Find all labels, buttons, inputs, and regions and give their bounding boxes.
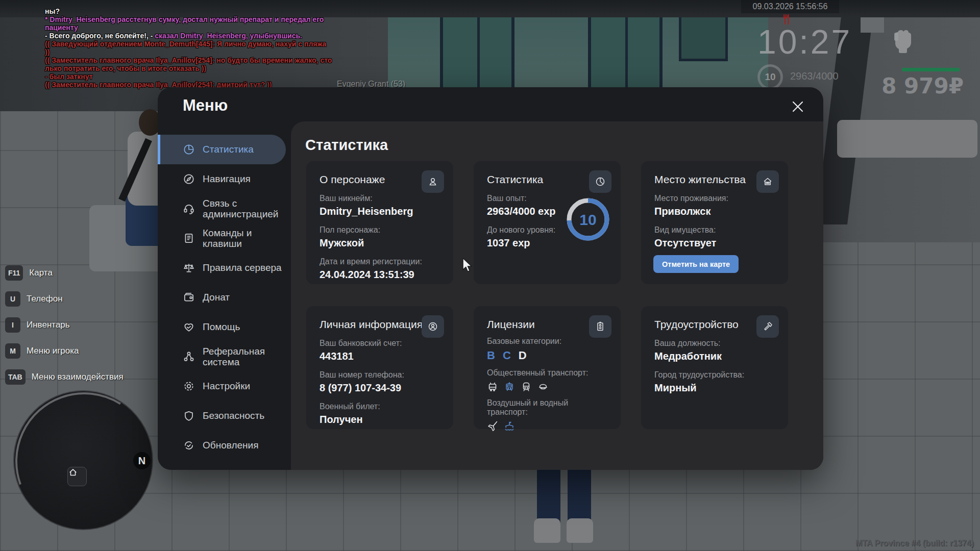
chat-log: ны? * Dmitry_Heisenberg расстегнув сумку… [45, 7, 332, 89]
compass-north-badge: N [133, 452, 151, 469]
card-statistics: Статистика Ваш опыт: 2963/4000 exp До но… [474, 161, 621, 284]
game-clock: 10:27 [757, 22, 852, 61]
driver-cap-icon [537, 381, 549, 392]
wallet-icon [183, 291, 195, 304]
key-badge: I [5, 317, 20, 333]
menu-content: Статистика О персонаже Ваш никнейм: Dmit… [291, 121, 823, 470]
job-title-value: Медработник [654, 350, 775, 362]
phone-number-value: 8 (977) 107-34-39 [320, 382, 440, 394]
sidebar-item-statistics[interactable]: Статистика [158, 135, 286, 164]
person-circle-icon [422, 315, 444, 338]
chat-line: - был заткнут [45, 72, 332, 81]
pie-chart-icon [589, 170, 611, 193]
chat-line: ны? [45, 7, 332, 15]
headset-icon [183, 203, 195, 215]
registration-date-value: 24.04.2024 13:51:39 [320, 269, 440, 281]
category-b: B [487, 349, 495, 362]
bank-account-value: 443181 [320, 350, 440, 362]
sidebar-item-settings[interactable]: Настройки [158, 371, 286, 401]
property-type-value: Отсутствует [654, 237, 775, 249]
job-city-value: Мирный [654, 382, 775, 394]
armor-bar [902, 68, 960, 71]
plane-icon [487, 420, 498, 432]
bus-icon [487, 381, 498, 392]
card-licenses: Лицензии Базовые категории: B C D Общест… [474, 306, 621, 429]
card-personal-info: Личная информация Ваш банковский счет: 4… [306, 306, 453, 429]
residence-city-value: Приволжск [654, 206, 775, 217]
work-hammer-icon [756, 315, 779, 338]
sidebar-item-help[interactable]: Помощь [158, 312, 286, 342]
military-ticket-value: Получен [320, 414, 440, 425]
sidebar-item-donate[interactable]: Донат [158, 283, 286, 312]
card-about-character: О персонаже Ваш никнейм: Dmitry_Heisenbe… [306, 161, 453, 284]
chat-line: (( Заместитель главного врача Ilya_Anill… [45, 56, 332, 64]
gear-icon [183, 380, 195, 392]
home-marker-icon [67, 467, 87, 486]
category-c: C [503, 349, 511, 362]
license-categories: B C D [487, 349, 607, 362]
heart-hands-icon [183, 321, 195, 333]
sidebar: Статистика Навигация Связь с администрац… [158, 135, 291, 460]
chat-line: * Dmitry_Heisenberg расстегнув сумку, до… [45, 15, 332, 23]
id-card-icon [589, 315, 611, 338]
document-list-icon [183, 232, 195, 244]
compass-icon [183, 173, 195, 185]
hotkey-player-menu: M Меню игрока [5, 343, 79, 359]
key-badge: F11 [5, 265, 23, 281]
tram-icon [504, 381, 515, 392]
refresh-check-icon [183, 439, 195, 452]
chat-line: - Всего доброго, не болейте!, - сказал D… [45, 32, 332, 40]
hud-level-ring: 10 [757, 64, 783, 90]
chat-line: (( Заведующий отделением Monte_Demuth[44… [45, 40, 332, 48]
network-nodes-icon [183, 350, 195, 363]
level-progress-ring: 10 [564, 195, 612, 244]
hotkey-map: F11 Карта [5, 265, 53, 281]
game-screen: ны? * Dmitry_Heisenberg расстегнув сумку… [0, 0, 980, 551]
sidebar-item-navigation[interactable]: Навигация [158, 164, 286, 194]
hud-exp-counter: 2963/4000 [790, 70, 839, 82]
hud-datetime: 09.03.2026 15:56:56 [741, 0, 839, 13]
page-title: Статистика [305, 137, 388, 154]
category-d: D [519, 349, 527, 362]
train-icon [521, 381, 532, 392]
air-water-transport-licenses [487, 420, 607, 432]
gender-value: Мужской [320, 237, 440, 249]
key-badge: M [5, 343, 20, 359]
sidebar-item-updates[interactable]: Обновления [158, 431, 286, 460]
scales-icon [183, 262, 195, 274]
card-residence: Место жительства Место проживания: Приво… [641, 161, 788, 284]
sidebar-item-security[interactable]: Безопасность [158, 401, 286, 431]
fist-icon [890, 26, 916, 59]
house-icon [756, 170, 779, 193]
svg-text:10: 10 [579, 211, 596, 228]
chat-line: пациенту [45, 23, 332, 32]
hotkey-interaction-menu: TAB Меню взаимодействия [5, 369, 124, 385]
money-counter: 8 979₽ [847, 73, 964, 98]
pie-chart-icon [183, 143, 195, 156]
sidebar-item-commands-keys[interactable]: Команды и клавиши [158, 223, 286, 253]
ship-icon [504, 420, 515, 432]
menu-panel: Меню Статистика Навигация Связь с админи… [158, 87, 823, 470]
chat-line: )) [45, 48, 332, 56]
person-icon [422, 170, 444, 193]
minimap: N [13, 390, 153, 530]
shield-icon [183, 410, 195, 422]
key-badge: TAB [5, 369, 26, 385]
sidebar-item-admin-contact[interactable]: Связь с администрацией [158, 194, 286, 223]
hotkey-phone: U Телефон [5, 291, 63, 307]
mark-on-map-button[interactable]: Отметить на карте [653, 255, 739, 273]
nickname-value: Dmitry_Heisenberg [320, 206, 440, 217]
public-transport-licenses [487, 381, 607, 392]
sidebar-item-server-rules[interactable]: Правила сервера [158, 253, 286, 283]
chat-line: лько потратить его, чтобы в итоге отказа… [45, 64, 332, 72]
menu-title: Меню [183, 96, 228, 115]
server-watermark: MTA Province #4 (build: r1374) [855, 539, 974, 548]
close-icon[interactable] [790, 98, 806, 115]
hotkey-inventory: I Инвентарь [5, 317, 70, 333]
sidebar-item-referral-system[interactable]: Реферальная система [158, 342, 286, 371]
key-badge: U [5, 291, 20, 307]
card-employment: Трудоустройство Ваша должность: Медработ… [641, 306, 788, 429]
